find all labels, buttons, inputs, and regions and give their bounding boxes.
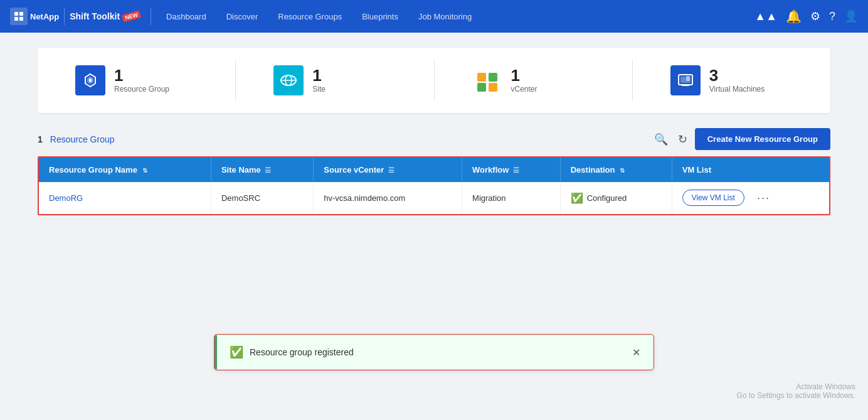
col-site-name[interactable]: Site Name ☰ bbox=[211, 158, 313, 182]
refresh-button[interactable]: ↻ bbox=[675, 130, 690, 149]
navbar: NetApp Shift Toolkit NEW Dashboard Disco… bbox=[0, 0, 868, 33]
stat-site-text: 1 Site bbox=[312, 67, 326, 94]
section-count: 1 bbox=[38, 134, 43, 144]
col-source-vcenter[interactable]: Source vCenter ☰ bbox=[314, 158, 462, 182]
section-title-area: 1 Resource Group bbox=[38, 134, 115, 144]
svg-rect-1 bbox=[19, 12, 23, 16]
resource-group-icon bbox=[75, 65, 105, 95]
settings-icon[interactable]: ⚙ bbox=[810, 9, 820, 23]
main-content: 1 Resource Group 1 Site bbox=[0, 33, 868, 230]
filter-icon-workflow: ☰ bbox=[513, 166, 519, 174]
nav-job-monitoring[interactable]: Job Monitoring bbox=[408, 0, 482, 33]
svg-rect-3 bbox=[19, 17, 23, 21]
help-icon[interactable]: ? bbox=[829, 10, 835, 23]
cell-site: DemoSRC bbox=[211, 182, 313, 214]
cell-vm-list: View VM List ··· bbox=[672, 182, 829, 213]
svg-rect-10 bbox=[489, 83, 497, 92]
stat-vcenter-text: 1 vCenter bbox=[511, 67, 537, 94]
stat-vm-label: Virtual Machines bbox=[709, 85, 765, 94]
cell-workflow: Migration bbox=[462, 182, 561, 214]
svg-rect-13 bbox=[682, 85, 689, 86]
check-icon: ✅ bbox=[571, 192, 583, 204]
notification-icon[interactable]: 🔔 bbox=[786, 9, 802, 24]
nav-divider-1 bbox=[64, 8, 65, 25]
svg-rect-14 bbox=[686, 76, 690, 81]
sort-icon-dest: ⇅ bbox=[620, 167, 625, 174]
section-actions: 🔍 ↻ Create New Resource Group bbox=[652, 128, 830, 150]
more-options-button[interactable]: ··· bbox=[757, 191, 770, 205]
new-badge: NEW bbox=[122, 10, 141, 22]
stat-vm: 3 Virtual Machines bbox=[632, 60, 830, 100]
nav-discover[interactable]: Discover bbox=[216, 0, 268, 33]
stats-card: 1 Resource Group 1 Site bbox=[38, 48, 830, 113]
brand-name: NetApp bbox=[30, 12, 59, 21]
view-vm-list-button[interactable]: View VM List bbox=[682, 190, 744, 206]
windows-watermark: Activate Windows Go to Settings to activ… bbox=[737, 382, 855, 400]
svg-rect-2 bbox=[14, 17, 18, 21]
cell-rg-name: DemoRG bbox=[39, 182, 211, 214]
nav-dashboard[interactable]: Dashboard bbox=[156, 0, 216, 33]
svg-rect-7 bbox=[477, 73, 486, 82]
stat-resource-group-label: Resource Group bbox=[114, 85, 169, 94]
stat-vm-count: 3 bbox=[709, 67, 765, 83]
destination-status: ✅ Configured bbox=[571, 192, 662, 204]
nav-links: Dashboard Discover Resource Groups Bluep… bbox=[156, 0, 754, 33]
col-vm-list[interactable]: VM List bbox=[672, 158, 829, 182]
stat-resource-group-count: 1 bbox=[114, 67, 169, 83]
cell-destination: ✅ Configured bbox=[560, 182, 672, 214]
site-icon bbox=[273, 65, 304, 95]
netapp-logo: NetApp bbox=[10, 8, 59, 25]
toast-container: ✅ Resource group registered ✕ bbox=[214, 335, 654, 370]
stat-site: 1 Site bbox=[235, 60, 433, 100]
bell-icon[interactable]: ▲▲ bbox=[754, 10, 777, 23]
resource-group-table-container: Resource Group Name ⇅ Site Name ☰ Source… bbox=[38, 156, 830, 215]
table-row: DemoRG DemoSRC hv-vcsa.nimdemo.com Migra… bbox=[39, 182, 829, 214]
stat-resource-group-text: 1 Resource Group bbox=[114, 67, 169, 94]
nav-resource-groups[interactable]: Resource Groups bbox=[268, 0, 352, 33]
toast-close-button[interactable]: ✕ bbox=[632, 347, 640, 358]
watermark-line1: Activate Windows bbox=[737, 382, 855, 391]
toast-notification: ✅ Resource group registered ✕ bbox=[214, 335, 654, 370]
stat-vcenter-count: 1 bbox=[511, 67, 537, 83]
nav-blueprints[interactable]: Blueprints bbox=[352, 0, 408, 33]
stat-site-label: Site bbox=[312, 85, 326, 94]
svg-rect-9 bbox=[477, 83, 486, 92]
netapp-logo-icon bbox=[10, 8, 28, 25]
rg-name-link[interactable]: DemoRG bbox=[49, 193, 83, 203]
filter-icon-site: ☰ bbox=[265, 166, 271, 174]
vcenter-icon bbox=[472, 65, 502, 95]
section-header: 1 Resource Group 🔍 ↻ Create New Resource… bbox=[38, 128, 830, 150]
section-label: Resource Group bbox=[50, 134, 115, 144]
toast-message: Resource group registered bbox=[250, 347, 354, 357]
stat-site-count: 1 bbox=[312, 67, 326, 83]
cell-vcenter: hv-vcsa.nimdemo.com bbox=[314, 182, 462, 214]
resource-group-table: Resource Group Name ⇅ Site Name ☰ Source… bbox=[39, 158, 829, 214]
nav-divider-2 bbox=[151, 8, 151, 25]
destination-text: Configured bbox=[587, 193, 627, 203]
sort-icon-name: ⇅ bbox=[142, 167, 147, 174]
toast-check-icon: ✅ bbox=[230, 345, 243, 359]
col-workflow[interactable]: Workflow ☰ bbox=[462, 158, 561, 182]
product-name: Shift Toolkit NEW bbox=[70, 11, 140, 21]
stat-vcenter-label: vCenter bbox=[511, 85, 537, 94]
stat-resource-group: 1 Resource Group bbox=[38, 60, 235, 100]
filter-icon-vcenter: ☰ bbox=[388, 166, 394, 174]
create-resource-group-button[interactable]: Create New Resource Group bbox=[695, 128, 830, 150]
stat-vm-text: 3 Virtual Machines bbox=[709, 67, 765, 94]
vm-icon bbox=[670, 65, 701, 95]
svg-rect-8 bbox=[489, 73, 497, 82]
search-button[interactable]: 🔍 bbox=[652, 130, 670, 149]
svg-rect-0 bbox=[14, 12, 18, 16]
stat-vcenter: 1 vCenter bbox=[434, 60, 632, 100]
nav-actions: ▲▲ 🔔 ⚙ ? 👤 bbox=[754, 9, 858, 24]
col-resource-group-name[interactable]: Resource Group Name ⇅ bbox=[39, 158, 211, 182]
user-icon[interactable]: 👤 bbox=[844, 9, 858, 23]
watermark-line2: Go to Settings to activate Windows. bbox=[737, 391, 855, 400]
col-destination[interactable]: Destination ⇅ bbox=[560, 158, 672, 182]
toast-left: ✅ Resource group registered bbox=[230, 345, 354, 359]
table-header-row: Resource Group Name ⇅ Site Name ☰ Source… bbox=[39, 158, 829, 182]
